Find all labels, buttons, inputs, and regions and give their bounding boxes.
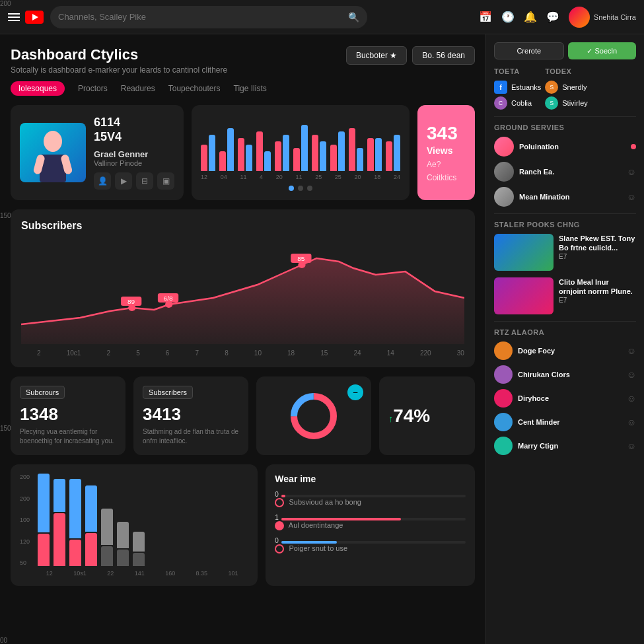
calendar-icon[interactable]: 📅 xyxy=(479,11,492,23)
action-btn-4[interactable]: ▣ xyxy=(157,172,174,190)
stivirley-avatar: S xyxy=(545,96,558,110)
line-chart-container: 89 6/8 85 xyxy=(21,238,464,347)
views-sublabel1: Ae? xyxy=(427,160,466,169)
list-section: Rtz Alaora Doge Focy ☺ Chirukan Clors ☺ … xyxy=(494,328,636,455)
percent-number: ↑74% xyxy=(388,406,466,427)
bar-blue-11 xyxy=(394,135,400,171)
snerdly-avatar: S xyxy=(545,81,558,94)
svg-text:85: 85 xyxy=(297,256,304,262)
bar-group-3 xyxy=(238,138,252,171)
ground-name-1: Poluination xyxy=(519,143,559,151)
bar-group-1 xyxy=(201,135,215,171)
channel-thumb-1 xyxy=(494,234,554,271)
featured-info: 6114 15V4 Grael Genner Vallinor Pinode 👤… xyxy=(94,116,174,190)
youtube-logo xyxy=(25,11,44,24)
bar-chart-area xyxy=(201,118,400,171)
svg-text:89: 89 xyxy=(127,299,135,305)
tab-iolesoques[interactable]: Iolesoques xyxy=(11,81,65,96)
list-user-2[interactable]: Chirukan Clors ☺ xyxy=(494,365,636,384)
list-user-4[interactable]: Cent Minder ☺ xyxy=(494,413,636,431)
featured-thumbnail xyxy=(20,123,86,182)
bookster-button[interactable]: Bucboter ★ xyxy=(346,46,407,65)
tab-readures[interactable]: Readures xyxy=(121,81,155,96)
bar-b7-gray xyxy=(133,532,145,552)
thumbnail-image xyxy=(20,123,86,182)
user-profile[interactable]: Snehita Cirra xyxy=(569,7,636,28)
ground-user-3[interactable]: Mean Mination ☺ xyxy=(494,187,636,207)
channel-info-1: Slane Pkew EST. Tony Bo frtne culicld...… xyxy=(559,234,636,271)
stat-badge-2: Subscribers xyxy=(143,386,193,399)
status-dot-1 xyxy=(631,144,636,149)
divider-2 xyxy=(494,213,636,214)
clock-icon[interactable]: 🕐 xyxy=(501,11,515,23)
search-sidebar-button[interactable]: ✓ Soecln xyxy=(568,42,637,59)
subscribers-chart-title: Subscribers xyxy=(21,220,464,232)
bar-blue-4 xyxy=(264,151,271,171)
bar-group-9 xyxy=(349,128,363,171)
search-input[interactable] xyxy=(58,12,348,22)
person-illustration xyxy=(26,123,79,182)
tab-toupechouters[interactable]: Toupechouters xyxy=(168,81,221,96)
search-button[interactable]: 🔍 xyxy=(348,12,359,22)
bottom-bars xyxy=(38,474,248,566)
bottom-bar-group-7 xyxy=(133,474,145,566)
create-button[interactable]: Crerote xyxy=(494,42,564,59)
bar-b6-gray xyxy=(117,522,129,548)
channel-ep-2: E7 xyxy=(559,297,636,304)
channels-title: Staler Pooks Chng xyxy=(494,221,636,229)
search-bar: 🔍 xyxy=(50,6,367,28)
tag-row-4: S Stivirley xyxy=(545,96,588,110)
tab-proctors[interactable]: Proctors xyxy=(78,81,108,96)
avatar xyxy=(569,7,590,28)
stat-badge-1: Subcrours xyxy=(20,386,65,399)
bar-group-8 xyxy=(330,131,345,171)
bar-b6-dark xyxy=(117,550,129,566)
list-user-5[interactable]: Marry Ctign ☺ xyxy=(494,437,636,455)
bar-chart-x-labels: 120411420112525201824 xyxy=(201,174,400,180)
tab-tigelists[interactable]: Tige Ilists xyxy=(234,81,267,96)
bar-b5-dark xyxy=(101,546,113,566)
list-user-1[interactable]: Doge Focy ☺ xyxy=(494,341,636,360)
list-avatar-2 xyxy=(494,365,513,384)
sidebar-tag-group-2: Todex S Snerdly S Stivirley xyxy=(545,67,588,110)
metric-fill-2 xyxy=(281,518,401,520)
featured-card: 6114 15V4 Grael Genner Vallinor Pinode 👤… xyxy=(11,105,184,200)
bottom-x-axis: 1210s1221411608.35101 xyxy=(20,570,248,577)
bar-b2-pink xyxy=(54,513,65,566)
metric-item-2: 1 Aul doentintange xyxy=(275,514,466,530)
stat-number-1: 1348 xyxy=(20,404,116,425)
metric-radio-3 xyxy=(275,544,284,554)
list-user-3[interactable]: Diryhoce ☺ xyxy=(494,389,636,408)
bar-pink-11 xyxy=(386,141,392,171)
teal-button[interactable]: − xyxy=(347,384,363,400)
bar-group-10 xyxy=(367,138,382,171)
message-icon[interactable]: 💬 xyxy=(546,11,559,23)
metric-label-2: Aul doentintange xyxy=(275,521,466,530)
list-name-2: Chirukan Clors xyxy=(518,371,570,378)
metric-track-3 xyxy=(281,541,466,544)
featured-actions: 👤 ▶ ⊟ ▣ xyxy=(94,172,174,190)
bell-icon[interactable]: 🔔 xyxy=(524,11,537,23)
channel-item-2[interactable]: Clito Meal Inur ornjoint norrm Plune. E7 xyxy=(494,277,636,314)
list-name-3: Diryhoce xyxy=(518,394,549,402)
action-btn-1[interactable]: 👤 xyxy=(94,172,111,190)
list-title: Rtz Alaora xyxy=(494,328,636,336)
ground-user-2[interactable]: Ranch Ea. ☺ xyxy=(494,162,636,182)
bar-blue-1 xyxy=(209,135,215,171)
bar-blue-6 xyxy=(301,125,308,171)
bar-blue-10 xyxy=(375,138,382,171)
share-button[interactable]: Bo. 56 dean xyxy=(412,46,475,65)
bar-pink-7 xyxy=(312,135,318,171)
metric-track-1 xyxy=(281,495,466,497)
action-btn-3[interactable]: ⊟ xyxy=(136,172,153,190)
action-btn-2[interactable]: ▶ xyxy=(115,172,132,190)
bar-pink-8 xyxy=(330,145,337,171)
ground-user-1[interactable]: Poluination xyxy=(494,137,636,157)
metric-label-3: Poiger snut to use xyxy=(275,544,466,554)
channel-item-1[interactable]: Slane Pkew EST. Tony Bo frtne culicld...… xyxy=(494,234,636,271)
ground-avatar-2 xyxy=(494,162,514,182)
tag-row-1: f Estuanks xyxy=(494,81,541,94)
bar-pink-10 xyxy=(367,138,374,171)
x-axis-labels: 210c125678101815241422030 xyxy=(21,349,464,357)
views-sublabel2: Coitktics xyxy=(427,173,466,182)
